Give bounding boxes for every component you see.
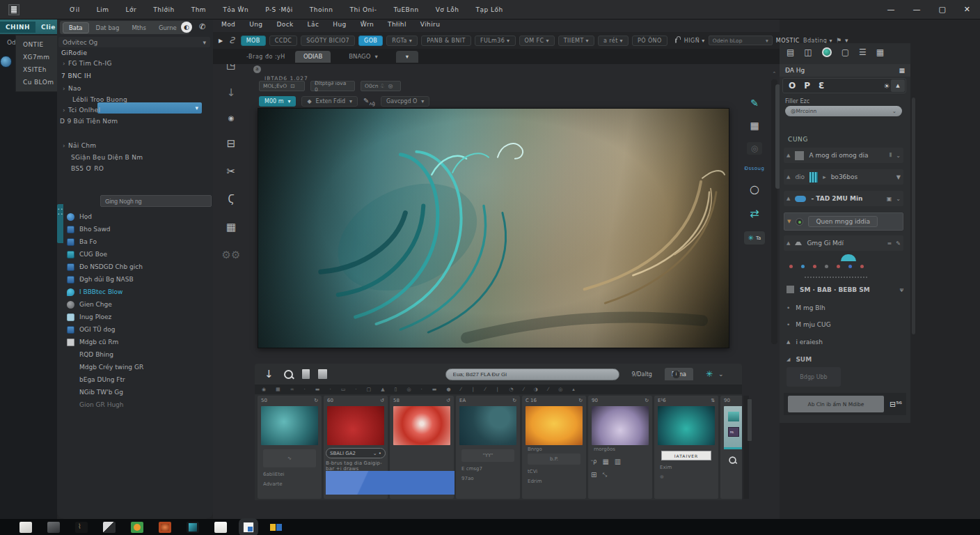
doc-menu-item[interactable]: Dock <box>276 21 293 28</box>
taskbar-wedge-icon[interactable] <box>103 522 116 533</box>
options-button[interactable]: MOB <box>241 36 266 46</box>
grid-view-icon[interactable]: ▦ <box>899 67 905 74</box>
list-item[interactable]: NGib TW'b Gg <box>67 386 206 398</box>
square-icon[interactable]: ▢ <box>841 47 849 57</box>
menu-item[interactable]: Lớr <box>126 6 137 13</box>
cube-tool-icon[interactable]: ▦ <box>226 221 236 233</box>
move-down-tool-icon[interactable]: ↓ <box>227 86 236 99</box>
secondary-button[interactable]: Bdgp Ubb <box>787 367 841 387</box>
collage-thumbnail[interactable]: PA B GP <box>724 406 742 449</box>
list-item[interactable]: Lébli Troo Buong <box>72 96 127 103</box>
ring-tool-icon[interactable]: ○ <box>750 183 759 196</box>
list-item[interactable]: Mdgb Créy twing GR <box>67 361 206 373</box>
list-item[interactable]: Gion GR Hugh <box>67 398 206 411</box>
layer-row[interactable]: ▲ Gmg Gi Mdí ≡✎ <box>784 235 903 251</box>
grid-icon[interactable]: ▦ <box>876 47 884 57</box>
filter-kind-button[interactable]: O <box>789 81 796 91</box>
list-item[interactable]: Họd <box>67 210 206 223</box>
options-button[interactable]: CCDC <box>269 36 298 46</box>
list-item[interactable]: SGiận Bẹu Diện B Nm <box>71 154 143 161</box>
doc-menu-item[interactable]: Mod <box>221 21 235 28</box>
download-icon[interactable]: ↓ <box>264 368 274 380</box>
grid-small-icon[interactable]: ▥ <box>615 458 621 465</box>
heal-tool-icon[interactable]: Ϛ <box>228 193 235 206</box>
filter-search-input[interactable] <box>445 369 619 380</box>
menu-item[interactable]: Thoinn <box>310 6 333 13</box>
options-button[interactable]: GOB <box>358 36 383 46</box>
taskbar-sketch-icon[interactable] <box>75 522 88 533</box>
expand-chevron-icon[interactable]: ▼ <box>787 219 791 224</box>
taskbar-photo-app-icon[interactable] <box>187 522 199 533</box>
list-item[interactable]: Bho Sawd <box>67 223 206 235</box>
brush-icon[interactable]: ✎ʌĝ <box>363 97 375 107</box>
badge-icon[interactable]: ▣ <box>887 196 892 202</box>
blend-select[interactable]: ◆Exten Fdid▾ <box>301 96 358 107</box>
list-item[interactable]: Ba Fo <box>67 235 206 248</box>
sample-select[interactable]: Gavcpgd O▾ <box>381 96 429 107</box>
thumbnail-image[interactable] <box>525 406 583 445</box>
right-panel-scrollbar[interactable] <box>912 98 915 334</box>
options-button[interactable]: PÓ ÔNO <box>632 36 667 46</box>
panel-small-icon[interactable]: ⊞ <box>591 471 596 479</box>
history-curve-icon[interactable]: Ƨ <box>229 36 235 45</box>
sun-icon[interactable]: ☀ <box>883 82 890 90</box>
color-dot[interactable] <box>860 265 864 268</box>
doc-menu-item[interactable]: Lảc <box>308 21 319 28</box>
tri-row[interactable]: ▲i eraiesh <box>787 339 903 346</box>
panel-grid-icon[interactable]: ▦ <box>750 120 759 131</box>
options-button[interactable]: SGÓTY BICIO7 <box>301 36 355 46</box>
tab-gurne[interactable]: Gurne <box>153 23 182 33</box>
filter-funnel-icon[interactable]: ▼ <box>896 174 901 180</box>
side-tab-handle[interactable]: • • • • <box>57 204 63 243</box>
document-stack-icon[interactable] <box>318 369 327 379</box>
search-icon[interactable] <box>729 456 737 465</box>
mini-tool-icon[interactable]: ⁄ <box>548 387 548 392</box>
mini-tool-icon[interactable]: ⁄ <box>523 387 524 392</box>
doc-menu-item[interactable]: Vihiru <box>420 21 440 28</box>
visibility-icon[interactable]: ▲ <box>787 196 790 201</box>
list-item[interactable]: Inug Ploez <box>67 311 206 323</box>
layer-row[interactable]: ▲ A mog di omog dia ⦀⌄ <box>784 148 903 163</box>
list-item[interactable]: Gien Chge <box>67 298 206 311</box>
rail-tab-chinh[interactable]: CHINH <box>0 22 35 33</box>
mini-tool-icon[interactable]: ❘ <box>471 387 475 392</box>
color-dot[interactable] <box>789 265 793 268</box>
color-dot[interactable] <box>848 265 852 268</box>
mini-tool-icon[interactable]: ∞ <box>290 387 294 392</box>
lock-icon[interactable] <box>675 38 677 43</box>
mini-tool-icon[interactable]: ❘ <box>496 387 500 392</box>
scissors-tool-icon[interactable]: ✂ <box>227 165 236 178</box>
mini-tool-icon[interactable]: ⁄ <box>485 387 486 392</box>
chevron-down-icon[interactable]: ⌄ <box>718 371 724 378</box>
options-dropdown[interactable]: a rét ▾ <box>598 36 629 46</box>
menu-item[interactable]: Ơil <box>70 6 80 13</box>
group-row[interactable]: SM · BAB · BEBB SM ᴪ <box>787 286 903 293</box>
visibility-icon[interactable]: ▲ <box>787 240 790 246</box>
filter-icon[interactable]: ⇅ <box>711 398 715 403</box>
visibility-icon[interactable]: ▲ <box>787 174 790 180</box>
thumbnail-image[interactable] <box>261 406 318 445</box>
search-icon[interactable] <box>283 369 294 380</box>
tab-bata[interactable]: Bata <box>63 22 89 33</box>
list-item[interactable]: Mdgb cũ Rm <box>67 336 206 348</box>
doc-menu-item[interactable]: Thƚihl <box>388 21 406 28</box>
taskbar-chart-icon[interactable] <box>131 522 143 533</box>
panel-header-select[interactable]: Odvitec Og ▾ <box>58 37 210 47</box>
gears-tool-icon[interactable]: ⚙⚙ <box>222 249 241 261</box>
color-dot[interactable] <box>825 265 828 268</box>
menu-item[interactable]: P-S ·Mội <box>265 6 293 13</box>
layer-row-selected[interactable]: ▼ Quen mngg iddia <box>784 212 903 231</box>
list-item[interactable]: Đgh dủi Bg NASB <box>67 273 206 286</box>
grid-small-icon[interactable]: ▦ <box>602 458 608 465</box>
share-small-icon[interactable]: ⤡ <box>602 472 606 479</box>
list-item[interactable]: ›Nải Chm <box>63 142 96 149</box>
mini-tool-icon[interactable]: ▴ <box>572 387 575 392</box>
mini-tool-icon[interactable]: ▦ <box>276 387 280 392</box>
visibility-icon[interactable]: ▲ <box>787 153 790 158</box>
list-icon[interactable]: ☰ <box>859 47 867 57</box>
minimize-icon[interactable]: — <box>887 5 894 14</box>
collapse-up-button[interactable]: ▲ <box>891 79 905 92</box>
mini-tool-icon[interactable]: ▯ <box>395 387 397 392</box>
options-dropdown[interactable]: RGTa ▾ <box>386 36 418 46</box>
value-input[interactable]: Đltptg∂ ıova 0 <box>310 81 355 91</box>
